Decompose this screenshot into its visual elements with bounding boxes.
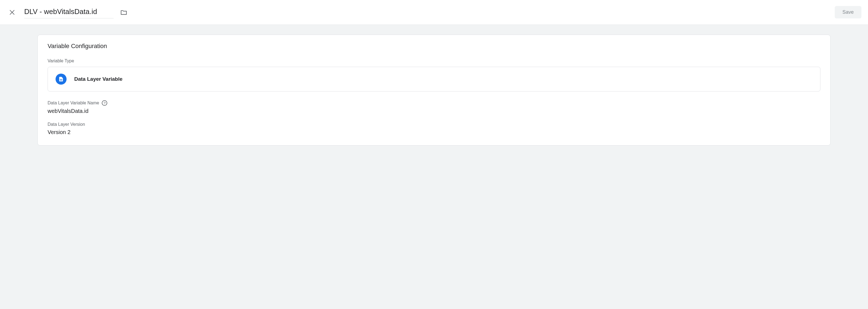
dlv-name-value: webVitalsData.id bbox=[48, 108, 820, 114]
svg-rect-3 bbox=[60, 80, 62, 80]
dlv-version-value: Version 2 bbox=[48, 129, 820, 135]
dlv-name-label: Data Layer Variable Name ? bbox=[48, 100, 820, 106]
dlv-name-label-text: Data Layer Variable Name bbox=[48, 101, 99, 105]
save-button[interactable]: Save bbox=[835, 6, 861, 19]
card-title: Variable Configuration bbox=[48, 42, 820, 50]
folder-button[interactable] bbox=[118, 7, 129, 18]
folder-icon bbox=[120, 9, 127, 16]
variable-type-label: Variable Type bbox=[48, 59, 820, 63]
variable-name-input[interactable] bbox=[24, 6, 114, 19]
close-icon bbox=[9, 9, 16, 16]
dlv-name-field: Data Layer Variable Name ? webVitalsData… bbox=[48, 100, 820, 114]
header-bar: Save bbox=[0, 0, 868, 25]
content-area: Variable Configuration Variable Type Dat… bbox=[0, 25, 868, 309]
close-button[interactable] bbox=[7, 7, 18, 18]
help-icon[interactable]: ? bbox=[102, 100, 107, 106]
dlv-version-field: Data Layer Version Version 2 bbox=[48, 122, 820, 135]
svg-rect-2 bbox=[60, 79, 62, 80]
variable-configuration-card: Variable Configuration Variable Type Dat… bbox=[37, 35, 831, 145]
variable-type-selector[interactable]: Data Layer Variable bbox=[48, 67, 820, 92]
data-layer-variable-icon bbox=[56, 74, 67, 84]
dlv-version-label: Data Layer Version bbox=[48, 122, 820, 127]
variable-type-value: Data Layer Variable bbox=[74, 76, 122, 82]
